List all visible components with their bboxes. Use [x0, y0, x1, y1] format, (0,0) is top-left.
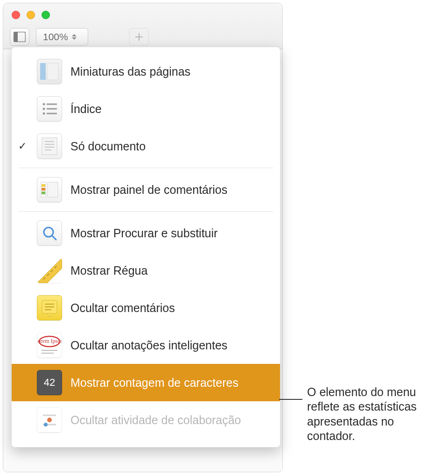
menu-separator	[18, 168, 273, 168]
ruler-icon	[37, 258, 62, 283]
document-only-icon	[37, 134, 62, 159]
callout-text: O elemento do menu reflete as estatístic…	[307, 385, 442, 443]
zoom-value: 100%	[43, 31, 68, 43]
view-menu-button[interactable]	[10, 28, 29, 46]
table-of-contents-icon	[37, 96, 62, 121]
menu-item-label: Ocultar atividade de colaboração	[70, 413, 241, 427]
sticky-note-icon	[37, 295, 62, 320]
menu-item-show-character-count[interactable]: 42 Mostrar contagem de caracteres	[12, 364, 280, 401]
character-count-icon: 42	[37, 370, 62, 395]
fullscreen-window-button[interactable]	[42, 11, 50, 19]
menu-item-label: Mostrar Régua	[70, 264, 147, 277]
svg-rect-1	[14, 32, 18, 42]
menu-item-label: Ocultar comentários	[70, 301, 175, 315]
svg-rect-4	[40, 63, 46, 80]
check-icon: ✓	[16, 140, 28, 152]
page-thumbnails-icon	[37, 59, 62, 84]
menu-item-label: Mostrar painel de comentários	[70, 183, 227, 197]
menu-item-label: Mostrar contagem de caracteres	[70, 376, 238, 390]
svg-rect-5	[47, 63, 58, 80]
toolbar: 100%	[3, 25, 282, 49]
menu-item-label: Mostrar Procurar e substituir	[70, 227, 217, 240]
menu-item-show-ruler[interactable]: Mostrar Régua	[12, 252, 280, 289]
collaboration-activity-icon	[37, 407, 62, 433]
callout-leader-line	[279, 399, 302, 400]
add-page-button[interactable]	[129, 28, 149, 46]
sidebar-icon	[14, 32, 26, 42]
svg-point-6	[43, 103, 45, 106]
zoom-selector[interactable]: 100%	[36, 28, 88, 46]
svg-point-41	[44, 423, 48, 426]
svg-rect-19	[42, 188, 45, 191]
svg-marker-24	[37, 258, 62, 283]
minimize-window-button[interactable]	[27, 11, 35, 19]
svg-point-39	[47, 418, 52, 422]
count-badge-number: 42	[44, 377, 55, 389]
svg-point-10	[43, 113, 45, 115]
svg-rect-12	[42, 138, 57, 155]
menu-item-hide-collaboration-activity: Ocultar atividade de colaboração	[12, 401, 280, 439]
svg-rect-20	[42, 192, 45, 194]
svg-marker-30	[48, 313, 51, 317]
svg-rect-21	[48, 182, 58, 197]
menu-item-table-of-contents[interactable]: Índice	[12, 90, 280, 128]
menu-item-label: Ocultar anotações inteligentes	[70, 339, 227, 352]
comments-panel-icon	[37, 177, 62, 202]
menu-item-page-thumbnails[interactable]: Miniaturas das páginas	[12, 53, 280, 90]
chevron-updown-icon	[72, 32, 77, 42]
view-menu-dropdown: Miniaturas das páginas Índice ✓ Só docum…	[11, 47, 280, 448]
svg-line-23	[52, 236, 56, 240]
svg-point-8	[43, 108, 45, 110]
menu-item-label: Índice	[70, 102, 102, 116]
menu-item-label: Miniaturas das páginas	[70, 65, 190, 78]
menu-item-document-only[interactable]: ✓ Só documento	[12, 128, 280, 165]
menu-item-find-replace[interactable]: Mostrar Procurar e substituir	[12, 214, 280, 252]
search-icon	[37, 220, 62, 246]
menu-item-hide-smart-annotations[interactable]: Lorem Ipsum Ocultar anotações inteligent…	[12, 327, 280, 364]
window-controls	[12, 11, 50, 19]
menu-item-hide-comments[interactable]: Ocultar comentários	[12, 289, 280, 327]
svg-rect-18	[42, 184, 45, 187]
titlebar: 100%	[3, 3, 282, 49]
plus-icon	[134, 32, 144, 42]
close-window-button[interactable]	[12, 11, 20, 19]
menu-item-show-comments-panel[interactable]: Mostrar painel de comentários	[12, 171, 280, 208]
menu-item-label: Só documento	[70, 140, 146, 153]
smart-annotations-icon: Lorem Ipsum	[37, 333, 62, 358]
menu-separator	[18, 211, 273, 212]
